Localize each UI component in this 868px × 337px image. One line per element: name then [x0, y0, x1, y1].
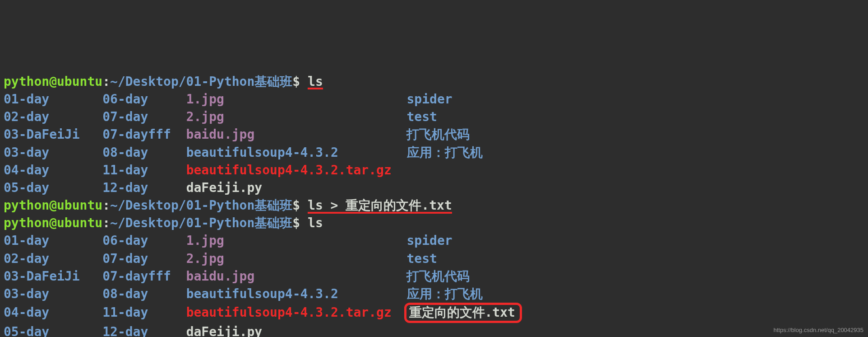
dir-entry: 12-day [102, 324, 148, 337]
dir-entry: 11-day [102, 305, 148, 320]
prompt-path: ~/Desktop/01-Python基础班 [110, 215, 292, 230]
dir-entry: 01-day [4, 233, 49, 248]
prompt-dollar: $ [292, 198, 308, 213]
ls-row-3: 03-DaFeiJi 07-dayfff baidu.jpg 打飞机代码 [4, 126, 864, 143]
ls-row-5: 04-day 11-day beautifulsoup4-4.3.2.tar.g… [4, 303, 864, 323]
prompt-colon: : [102, 74, 110, 89]
ls-row-1: 01-day 06-day 1.jpg spider [4, 232, 864, 249]
command-ls: ls [308, 215, 323, 230]
file-entry: daFeiji.py [186, 180, 263, 195]
image-entry: 1.jpg [186, 92, 224, 107]
dir-entry: spider [407, 233, 452, 248]
watermark: https://blog.csdn.net/qq_20042935 [774, 326, 864, 334]
ls-row-2: 02-day 07-day 2.jpg test [4, 250, 864, 267]
dir-entry: 07-dayfff [102, 127, 171, 142]
ls-row-1: 01-day 06-day 1.jpg spider [4, 90, 864, 108]
command-redirect: ls > 重定向的文件.txt [308, 200, 452, 214]
dir-entry: 11-day [102, 163, 148, 178]
dir-entry: 应用：打飞机 [407, 145, 483, 160]
image-entry: 2.jpg [186, 109, 224, 124]
command-ls: ls [308, 76, 323, 90]
ls-row-6: 05-day 12-day daFeiji.py [4, 323, 864, 337]
prompt-user: python [4, 74, 49, 89]
image-entry: 1.jpg [186, 233, 224, 248]
archive-entry: beautifulsoup4-4.3.2.tar.gz [186, 305, 392, 320]
ls-row-4: 03-day 08-day beautifulsoup4-4.3.2 应用：打飞… [4, 144, 864, 161]
dir-entry: 03-DaFeiJi [4, 127, 80, 142]
prompt-user: python [4, 215, 49, 230]
prompt-host: ubuntu [57, 74, 102, 89]
dir-entry: test [407, 109, 437, 124]
dir-entry: beautifulsoup4-4.3.2 [186, 286, 338, 301]
dir-entry: 06-day [102, 233, 148, 248]
prompt-at: @ [49, 198, 57, 213]
dir-entry: 07-day [102, 109, 148, 124]
dir-entry: 07-day [102, 251, 148, 266]
dir-entry: 08-day [102, 145, 148, 160]
ls-row-6: 05-day 12-day daFeiji.py [4, 179, 864, 197]
terminal-output[interactable]: python@ubuntu:~/Desktop/01-Python基础班$ ls… [4, 73, 864, 337]
dir-entry: 05-day [4, 324, 49, 337]
prompt-at: @ [49, 74, 57, 89]
archive-entry: beautifulsoup4-4.3.2.tar.gz [186, 163, 392, 178]
prompt-user: python [4, 198, 49, 213]
ls-row-3: 03-DaFeiJi 07-dayfff baidu.jpg 打飞机代码 [4, 267, 864, 285]
prompt-path: ~/Desktop/01-Python基础班 [110, 74, 292, 89]
prompt-dollar: $ [292, 215, 308, 230]
dir-entry: 打飞机代码 [406, 269, 470, 284]
dir-entry: 05-day [4, 180, 49, 195]
dir-entry: 03-DaFeiJi [4, 269, 80, 284]
dir-entry: 应用：打飞机 [407, 286, 483, 301]
dir-entry: 04-day [4, 163, 49, 178]
ls-row-2: 02-day 07-day 2.jpg test [4, 108, 864, 126]
dir-entry: 07-dayfff [102, 269, 171, 284]
dir-entry: 03-day [4, 286, 49, 301]
dir-entry: 03-day [4, 145, 49, 160]
dir-entry: 02-day [4, 251, 49, 266]
dir-entry: spider [407, 92, 452, 107]
prompt-colon: : [102, 198, 110, 213]
prompt-line-2: python@ubuntu:~/Desktop/01-Python基础班$ ls… [4, 197, 864, 214]
dir-entry: 08-day [102, 286, 148, 301]
dir-entry: 04-day [4, 305, 49, 320]
file-entry: daFeiji.py [186, 324, 263, 337]
prompt-at: @ [49, 215, 57, 230]
ls-row-5: 04-day 11-day beautifulsoup4-4.3.2.tar.g… [4, 161, 864, 179]
dir-entry: 12-day [102, 180, 148, 195]
dir-entry: test [407, 251, 437, 266]
dir-entry: 02-day [4, 109, 49, 124]
prompt-dollar: $ [292, 74, 308, 89]
new-file-highlight: 重定向的文件.txt [404, 303, 522, 323]
dir-entry: 06-day [102, 92, 148, 107]
ls-row-4: 03-day 08-day beautifulsoup4-4.3.2 应用：打飞… [4, 285, 864, 303]
image-entry: 2.jpg [186, 251, 224, 266]
prompt-host: ubuntu [57, 198, 102, 213]
prompt-host: ubuntu [57, 215, 102, 230]
image-entry: baidu.jpg [186, 269, 255, 284]
prompt-path: ~/Desktop/01-Python基础班 [110, 198, 292, 213]
dir-entry: 打飞机代码 [406, 127, 470, 142]
image-entry: baidu.jpg [186, 127, 255, 142]
dir-entry: 01-day [4, 92, 49, 107]
prompt-line-3: python@ubuntu:~/Desktop/01-Python基础班$ ls [4, 214, 864, 232]
dir-entry: beautifulsoup4-4.3.2 [186, 145, 338, 160]
prompt-line-1: python@ubuntu:~/Desktop/01-Python基础班$ ls [4, 73, 864, 90]
prompt-colon: : [102, 215, 110, 230]
